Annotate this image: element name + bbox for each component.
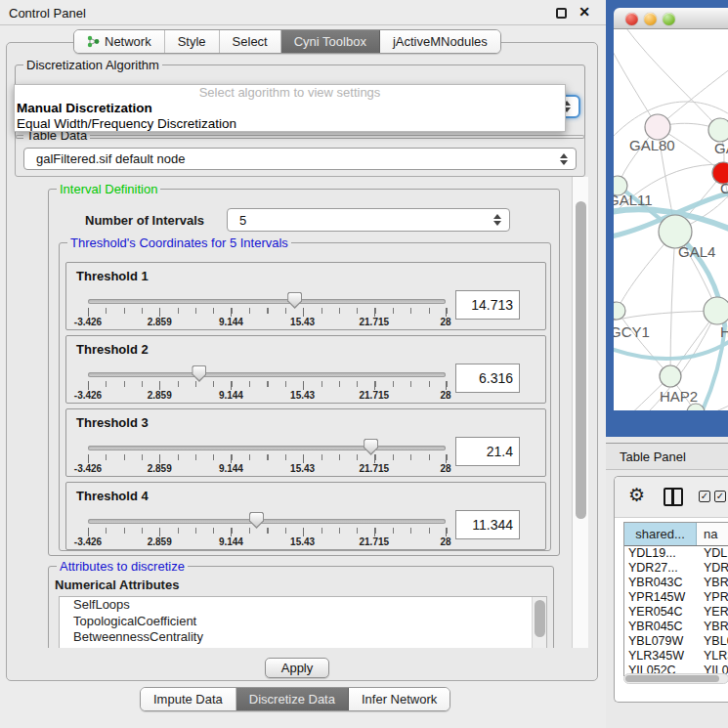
node-label: H xyxy=(720,323,728,340)
apply-button[interactable]: Apply xyxy=(265,658,329,678)
table-row[interactable]: YER054CYER0 xyxy=(624,605,728,620)
network-icon xyxy=(87,35,100,48)
threshold-4-value[interactable]: 11.344 xyxy=(455,510,520,539)
table-panel-titlebar: Table Panel xyxy=(606,443,728,470)
numerical-attributes-list: SelfLoops TopologicalCoefficient Between… xyxy=(59,596,547,648)
spinner-stepper-icon xyxy=(490,214,505,226)
node-table: shared... na YDL19...YDL1 YDR27...YDR2 Y… xyxy=(623,522,728,676)
group-title: Attributes to discretize xyxy=(57,559,188,574)
checkbox-icon[interactable]: ✓ xyxy=(699,491,710,502)
threshold-3-value[interactable]: 21.4 xyxy=(455,437,520,466)
float-panel-icon[interactable] xyxy=(556,8,567,19)
numerical-attributes-label: Numerical Attributes xyxy=(55,578,179,592)
gear-icon[interactable]: ⚙ xyxy=(628,484,645,506)
list-scrollbar[interactable] xyxy=(532,597,546,648)
threshold-1-value[interactable]: 14.713 xyxy=(455,290,520,320)
table-row[interactable]: YLR345WYLR3 xyxy=(624,649,728,664)
group-title: Interval Definition xyxy=(57,182,160,196)
algorithm-dropdown-popup: Select algorithm to view settings Manual… xyxy=(14,84,566,132)
node-bottom[interactable] xyxy=(687,404,705,410)
table-toolbar: ⚙ ✓ ✓ xyxy=(615,477,728,518)
control-panel-titlebar: Control Panel ✕ xyxy=(0,0,606,25)
group-title: Discretization Algorithm xyxy=(23,58,162,72)
tab-infer-network[interactable]: Infer Network xyxy=(349,688,450,710)
bottom-tab-strip: Impute Data Discretize Data Infer Networ… xyxy=(140,687,450,711)
table-row[interactable]: YBL079WYBL0 xyxy=(624,634,728,649)
close-panel-icon[interactable]: ✕ xyxy=(578,4,590,20)
control-panel: Control Panel ✕ Network Style Select Cyn… xyxy=(0,0,606,728)
cyni-content-panel: Discretization Algorithm Select algorith… xyxy=(6,42,598,681)
tab-network[interactable]: Network xyxy=(74,30,165,53)
node-label: GAL4 xyxy=(678,243,715,260)
table-row[interactable]: YDR27...YDR2 xyxy=(624,561,728,576)
table-data-combobox[interactable]: galFiltered.sif default node xyxy=(23,148,577,170)
node-top-right[interactable] xyxy=(708,118,728,142)
table-row[interactable]: YPR145WYPR1 xyxy=(624,590,728,605)
tab-style[interactable]: Style xyxy=(165,30,220,53)
network-window-titlebar[interactable] xyxy=(614,8,728,29)
table-panel-title: Table Panel xyxy=(620,450,686,464)
list-item[interactable]: SelfLoops xyxy=(60,597,546,614)
number-of-intervals-spinner[interactable]: 5 xyxy=(227,208,510,232)
tab-impute-data[interactable]: Impute Data xyxy=(141,688,236,710)
table-row[interactable]: YBR045CYBR0 xyxy=(624,620,728,634)
tab-select[interactable]: Select xyxy=(220,30,281,53)
popup-option-equal-width[interactable]: Equal Width/Frequency Discretization xyxy=(15,116,565,132)
table-panel-body: ⚙ ✓ ✓ shared... na YDL19...YDL1 YDR27...… xyxy=(614,476,728,703)
node-gcy1[interactable] xyxy=(614,302,625,320)
network-nodes xyxy=(614,114,728,410)
table-header-row: shared... na xyxy=(624,523,728,546)
settings-scroll-region: Interval Definition Number of Intervals … xyxy=(10,177,588,648)
table-horizontal-scrollbar[interactable] xyxy=(623,673,728,684)
node-hap2[interactable] xyxy=(660,365,681,387)
network-view-window: GAL80 GA C GAL11 GAL4 GCY1 H HAP2 xyxy=(606,0,728,437)
table-row[interactable]: YDL19...YDL1 xyxy=(624,546,728,561)
slider-thumb[interactable] xyxy=(287,292,302,309)
thresholds-group: Threshold's Coordinates for 5 Intervals … xyxy=(59,242,551,551)
threshold-4-box: Threshold 4 -3.426 2.859 9.144 15.43 xyxy=(65,482,546,550)
minimize-window-icon[interactable] xyxy=(644,13,657,25)
slider-thumb[interactable] xyxy=(249,512,264,529)
number-of-intervals-label: Number of Intervals xyxy=(85,213,204,228)
threshold-3-box: Threshold 3 -3.426 2.859 9.144 15.43 xyxy=(65,408,546,477)
node-label: GAL11 xyxy=(614,192,653,208)
combo-stepper-icon xyxy=(556,153,572,165)
node-right[interactable] xyxy=(704,297,728,324)
table-panel: Table Panel ⚙ ✓ ✓ shared... na YDL19...Y… xyxy=(606,437,728,728)
slider-thumb[interactable] xyxy=(192,365,206,382)
node-label: GAL80 xyxy=(629,137,675,153)
network-canvas[interactable]: GAL80 GA C GAL11 GAL4 GCY1 H HAP2 xyxy=(614,29,728,410)
checkbox-icon[interactable]: ✓ xyxy=(714,491,726,502)
settings-scrollbar[interactable] xyxy=(572,177,588,648)
node-label: C xyxy=(720,180,728,196)
interval-definition-group: Interval Definition Number of Intervals … xyxy=(48,189,560,556)
panel-title: Control Panel xyxy=(9,6,86,21)
list-item[interactable]: TopologicalCoefficient xyxy=(60,614,546,630)
popup-hint: Select algorithm to view settings xyxy=(15,85,565,101)
tab-jactivemnodules[interactable]: jActiveMNodules xyxy=(380,30,500,53)
threshold-2-box: Threshold 2 -3.426 2.859 9.144 15.43 xyxy=(65,335,546,404)
node-label: GA xyxy=(714,140,728,156)
close-window-icon[interactable] xyxy=(625,13,638,25)
table-row[interactable]: YBR043CYBR0 xyxy=(624,576,728,590)
table-data-group: Table Data galFiltered.sif default node xyxy=(15,135,585,177)
table-rows: YDL19...YDL1 YDR27...YDR2 YBR043CYBR0 YP… xyxy=(624,546,728,676)
column-header-shared-name[interactable]: shared... xyxy=(624,523,697,545)
node-label: GCY1 xyxy=(614,323,650,340)
column-layout-icon[interactable] xyxy=(664,488,683,506)
list-item[interactable]: BetweennessCentrality xyxy=(60,629,546,646)
node-label: HAP2 xyxy=(660,388,698,405)
top-tab-strip: Network Style Select Cyni Toolbox jActiv… xyxy=(73,29,501,54)
group-title: Threshold's Coordinates for 5 Intervals xyxy=(67,236,291,250)
tab-cyni-toolbox[interactable]: Cyni Toolbox xyxy=(281,30,380,53)
attributes-group: Attributes to discretize Numerical Attri… xyxy=(48,566,554,648)
tab-discretize-data[interactable]: Discretize Data xyxy=(236,688,349,710)
popup-option-manual[interactable]: Manual Discretization xyxy=(15,101,565,116)
threshold-2-value[interactable]: 6.316 xyxy=(455,364,520,393)
column-header-name[interactable]: na xyxy=(697,523,728,545)
threshold-1-box: Threshold 1 -3.426 2.859 9.144 15.43 xyxy=(65,262,546,330)
zoom-window-icon[interactable] xyxy=(663,13,675,25)
slider-thumb[interactable] xyxy=(364,439,378,455)
